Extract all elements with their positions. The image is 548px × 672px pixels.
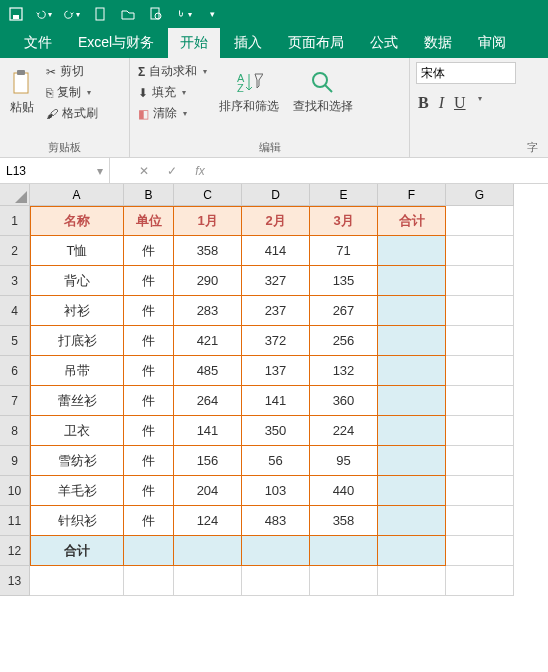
m1-cell[interactable]: 264 — [174, 386, 242, 416]
enter-formula-icon[interactable]: ✓ — [158, 164, 186, 178]
header-cell[interactable]: 1月 — [174, 206, 242, 236]
m2-cell[interactable]: 350 — [242, 416, 310, 446]
name-cell[interactable]: 卫衣 — [30, 416, 124, 446]
row-header-10[interactable]: 10 — [0, 476, 30, 506]
m1-cell[interactable]: 485 — [174, 356, 242, 386]
total-cell[interactable] — [378, 416, 446, 446]
m1-cell[interactable]: 124 — [174, 506, 242, 536]
touch-mode-icon[interactable]: ▾ — [176, 6, 192, 22]
m3-cell[interactable]: 224 — [310, 416, 378, 446]
tab-7[interactable]: 审阅 — [466, 28, 518, 58]
row-header-7[interactable]: 7 — [0, 386, 30, 416]
total-cell[interactable] — [378, 506, 446, 536]
tab-3[interactable]: 插入 — [222, 28, 274, 58]
undo-icon[interactable]: ▾ — [36, 6, 52, 22]
row-header-6[interactable]: 6 — [0, 356, 30, 386]
col-header-G[interactable]: G — [446, 184, 514, 206]
header-cell[interactable]: 名称 — [30, 206, 124, 236]
total-cell[interactable] — [378, 296, 446, 326]
fx-icon[interactable]: fx — [186, 164, 214, 178]
find-select-button[interactable]: 查找和选择 — [289, 68, 357, 117]
m1-cell[interactable]: 156 — [174, 446, 242, 476]
cell[interactable] — [124, 566, 174, 596]
total-cell[interactable] — [378, 476, 446, 506]
m2-cell[interactable]: 141 — [242, 386, 310, 416]
m1-cell[interactable]: 283 — [174, 296, 242, 326]
font-name-input[interactable] — [416, 62, 516, 84]
cell[interactable] — [310, 566, 378, 596]
unit-cell[interactable]: 件 — [124, 506, 174, 536]
name-cell[interactable]: 雪纺衫 — [30, 446, 124, 476]
row-header-3[interactable]: 3 — [0, 266, 30, 296]
cell[interactable] — [378, 536, 446, 566]
row-header-12[interactable]: 12 — [0, 536, 30, 566]
total-cell[interactable] — [378, 266, 446, 296]
unit-cell[interactable]: 件 — [124, 266, 174, 296]
cell[interactable] — [310, 536, 378, 566]
italic-button[interactable]: I — [439, 94, 444, 112]
m2-cell[interactable]: 414 — [242, 236, 310, 266]
fill-button[interactable]: ⬇填充▾ — [136, 83, 209, 102]
cell[interactable] — [446, 386, 514, 416]
name-cell[interactable]: 羊毛衫 — [30, 476, 124, 506]
m2-cell[interactable]: 56 — [242, 446, 310, 476]
m3-cell[interactable]: 358 — [310, 506, 378, 536]
row-header-1[interactable]: 1 — [0, 206, 30, 236]
m2-cell[interactable]: 237 — [242, 296, 310, 326]
name-cell[interactable]: 衬衫 — [30, 296, 124, 326]
col-header-C[interactable]: C — [174, 184, 242, 206]
m1-cell[interactable]: 358 — [174, 236, 242, 266]
unit-cell[interactable]: 件 — [124, 386, 174, 416]
cell[interactable] — [446, 506, 514, 536]
m1-cell[interactable]: 204 — [174, 476, 242, 506]
tab-0[interactable]: 文件 — [12, 28, 64, 58]
m1-cell[interactable]: 421 — [174, 326, 242, 356]
unit-cell[interactable]: 件 — [124, 416, 174, 446]
cell[interactable] — [242, 536, 310, 566]
col-header-B[interactable]: B — [124, 184, 174, 206]
cell[interactable] — [446, 236, 514, 266]
new-file-icon[interactable] — [92, 6, 108, 22]
select-all-corner[interactable] — [0, 184, 30, 206]
cut-button[interactable]: ✂剪切 — [44, 62, 100, 81]
m3-cell[interactable]: 440 — [310, 476, 378, 506]
tab-4[interactable]: 页面布局 — [276, 28, 356, 58]
cell[interactable] — [446, 266, 514, 296]
cell[interactable] — [174, 536, 242, 566]
col-header-E[interactable]: E — [310, 184, 378, 206]
tab-6[interactable]: 数据 — [412, 28, 464, 58]
cell[interactable] — [446, 326, 514, 356]
cell[interactable] — [446, 206, 514, 236]
cell[interactable] — [446, 416, 514, 446]
unit-cell[interactable]: 件 — [124, 476, 174, 506]
row-header-11[interactable]: 11 — [0, 506, 30, 536]
total-cell[interactable] — [378, 446, 446, 476]
m3-cell[interactable]: 95 — [310, 446, 378, 476]
total-cell[interactable] — [378, 356, 446, 386]
bold-button[interactable]: B — [418, 94, 429, 112]
formula-input[interactable] — [214, 169, 548, 173]
customize-qat-icon[interactable]: ▾ — [204, 6, 220, 22]
redo-icon[interactable]: ▾ — [64, 6, 80, 22]
autosum-button[interactable]: Σ自动求和▾ — [136, 62, 209, 81]
row-header-9[interactable]: 9 — [0, 446, 30, 476]
name-cell[interactable]: 蕾丝衫 — [30, 386, 124, 416]
row-header-5[interactable]: 5 — [0, 326, 30, 356]
m2-cell[interactable]: 372 — [242, 326, 310, 356]
unit-cell[interactable]: 件 — [124, 326, 174, 356]
cell[interactable] — [174, 566, 242, 596]
m3-cell[interactable]: 267 — [310, 296, 378, 326]
cell[interactable] — [446, 356, 514, 386]
format-painter-button[interactable]: 🖌格式刷 — [44, 104, 100, 123]
m3-cell[interactable]: 360 — [310, 386, 378, 416]
header-cell[interactable]: 3月 — [310, 206, 378, 236]
row-header-4[interactable]: 4 — [0, 296, 30, 326]
tab-2[interactable]: 开始 — [168, 28, 220, 58]
cell[interactable] — [30, 566, 124, 596]
underline-button[interactable]: U — [454, 94, 466, 112]
cell[interactable] — [446, 566, 514, 596]
save-icon[interactable] — [8, 6, 24, 22]
m2-cell[interactable]: 483 — [242, 506, 310, 536]
sort-filter-button[interactable]: AZ 排序和筛选 — [215, 68, 283, 117]
row-header-2[interactable]: 2 — [0, 236, 30, 266]
